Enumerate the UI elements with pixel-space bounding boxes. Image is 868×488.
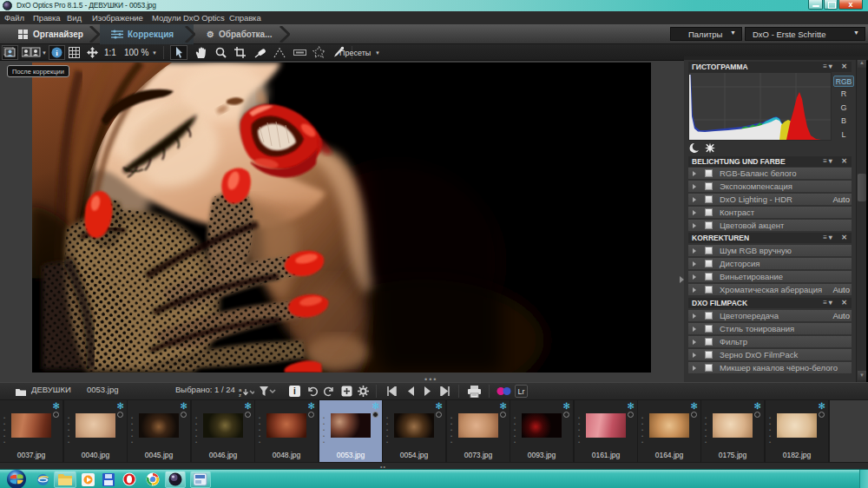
svg-text:z: z bbox=[239, 392, 241, 397]
